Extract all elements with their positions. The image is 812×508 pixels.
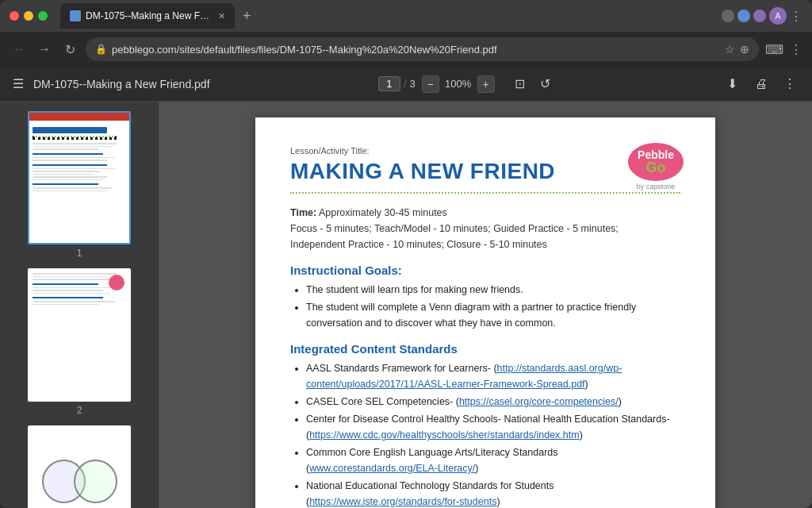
address-bar-icons: ☆ ⊕ <box>725 43 749 56</box>
navigation-bar: ← → ↻ 🔒 pebblego.com/sites/default/files… <box>0 32 812 67</box>
tab-bar: DM-1075--Making a New Frien... ✕ + <box>60 3 715 29</box>
instructional-goals-list: The student will learn tips for making n… <box>290 282 680 331</box>
integrated-content-list: AASL Standards Framework for Learners- (… <box>290 360 680 508</box>
casel-link[interactable]: https://casel.org/core-competencies/ <box>459 396 619 407</box>
instructional-goals-heading: Instructional Goals: <box>290 264 680 277</box>
thumbnail-page-1[interactable]: 1 <box>28 111 131 259</box>
standard-item-2: CASEL Core SEL Competencies- (https://ca… <box>306 394 680 410</box>
extension-icon-2[interactable] <box>737 10 750 22</box>
thumbnail-page-3[interactable]: 3 <box>28 425 131 508</box>
thumbnail-image-2 <box>28 268 131 402</box>
keyboard-shortcut-icon[interactable]: ⌨ <box>765 42 783 57</box>
aasl-link[interactable]: http://standards.aasl.org/wp-content/upl… <box>306 363 622 390</box>
zoom-value: 100% <box>442 78 474 90</box>
browser-window: DM-1075--Making a New Frien... ✕ + A ⋮ ←… <box>0 0 812 508</box>
page-control: / 3 <box>378 76 416 91</box>
page-separator: / <box>404 78 407 90</box>
corestandards-link[interactable]: www.corestandards.org/ELA-Literacy/ <box>309 463 475 474</box>
goal-item-2: The student will complete a Venn diagram… <box>306 299 680 331</box>
extension-icon-1[interactable] <box>722 10 734 22</box>
download-icon[interactable]: ⬇ <box>723 75 742 94</box>
tab-close-icon[interactable]: ✕ <box>218 11 225 21</box>
pdf-filename: DM-1075--Making a New Friend.pdf <box>33 78 210 90</box>
pdf-viewer: 1 <box>0 102 812 508</box>
page-total: 3 <box>409 78 415 90</box>
sidebar-toggle-icon[interactable]: ☰ <box>13 76 24 91</box>
close-button[interactable] <box>10 11 19 21</box>
time-label: Time: <box>290 207 316 218</box>
reload-button[interactable]: ↻ <box>60 40 79 59</box>
forward-button[interactable]: → <box>35 40 54 59</box>
active-tab[interactable]: DM-1075--Making a New Frien... ✕ <box>60 3 235 29</box>
user-avatar[interactable]: A <box>769 7 787 25</box>
back-button[interactable]: ← <box>10 40 29 59</box>
fit-page-icon[interactable]: ⊡ <box>511 75 530 94</box>
thumbnail-sidebar: 1 <box>0 102 159 508</box>
standard-item-4: Common Core English Language Arts/Litera… <box>306 444 680 476</box>
title-bar: DM-1075--Making a New Frien... ✕ + A ⋮ <box>0 0 812 32</box>
more-options-icon[interactable]: ⋮ <box>780 75 799 94</box>
pdf-toolbar: ☰ DM-1075--Making a New Friend.pdf / 3 −… <box>0 67 812 102</box>
lesson-activity-label: Lesson/Activity Title: <box>290 146 680 156</box>
integrated-content-heading: Integrated Content Standards <box>290 342 680 356</box>
more-menu-icon[interactable]: ⋮ <box>790 9 802 24</box>
zoom-in-button[interactable]: + <box>477 75 495 93</box>
thumbnail-image-3 <box>28 425 131 508</box>
settings-icon[interactable]: ⋮ <box>790 42 802 57</box>
tab-title: DM-1075--Making a New Frien... <box>86 10 210 21</box>
maximize-button[interactable] <box>38 11 48 21</box>
time-value: Approximately 30-45 minutes <box>319 207 447 218</box>
pdf-page: Pebble Go by capstone Lesson/Activity Ti… <box>255 117 715 508</box>
standard-item-1: AASL Standards Framework for Learners- (… <box>306 360 680 392</box>
cdc-link[interactable]: https://www.cdc.gov/healthyschools/sher/… <box>309 429 579 441</box>
pebblego-logo: Pebble Go by capstone <box>628 143 684 190</box>
extensions-area: A ⋮ <box>722 7 802 25</box>
standard-item-5: National Educational Technology Standard… <box>306 478 680 508</box>
thumbnail-num-2: 2 <box>77 405 82 416</box>
lock-icon: 🔒 <box>95 44 107 55</box>
page-input[interactable] <box>378 76 400 91</box>
zoom-control: − 100% + <box>422 75 495 93</box>
pdf-content-area[interactable]: Pebble Go by capstone Lesson/Activity Ti… <box>159 102 812 508</box>
url-text: pebblego.com/sites/default/files/files/D… <box>112 44 720 56</box>
new-tab-button[interactable]: + <box>238 8 256 25</box>
layers-icon[interactable]: ⊕ <box>740 43 749 56</box>
tab-favicon <box>70 10 81 21</box>
toolbar-actions: ⊡ ↺ <box>511 75 555 94</box>
rotate-icon[interactable]: ↺ <box>536 75 555 94</box>
dotted-separator <box>290 192 680 194</box>
zoom-out-button[interactable]: − <box>422 75 439 93</box>
thumbnail-page-2[interactable]: 2 <box>28 268 131 416</box>
time-breakdown-2: Independent Practice - 10 minutes; Closu… <box>290 237 680 252</box>
thumbnail-image-1 <box>28 111 131 244</box>
browser-right-icons: ⌨ ⋮ <box>765 42 802 57</box>
thumbnail-num-1: 1 <box>77 248 82 259</box>
iste-link[interactable]: https://www.iste.org/standards/for-stude… <box>309 496 496 507</box>
logo-caption: by capstone <box>628 183 684 190</box>
pdf-controls: / 3 − 100% + ⊡ ↺ <box>378 75 555 94</box>
print-icon[interactable]: 🖨 <box>752 75 771 94</box>
bookmark-icon[interactable]: ☆ <box>725 43 735 56</box>
lesson-title: MAKING A NEW FRIEND <box>290 159 680 184</box>
address-bar[interactable]: 🔒 pebblego.com/sites/default/files/files… <box>86 37 759 61</box>
pdf-right-toolbar: ⬇ 🖨 ⋮ <box>723 75 799 94</box>
traffic-lights <box>10 11 48 21</box>
standard-item-3: Center for Disease Control Healthy Schoo… <box>306 411 680 443</box>
time-section: Time: Approximately 30-45 minutes Focus … <box>290 205 680 252</box>
goal-item-1: The student will learn tips for making n… <box>306 282 680 298</box>
extension-icon-3[interactable] <box>753 10 766 22</box>
minimize-button[interactable] <box>24 11 33 21</box>
time-breakdown-1: Focus - 5 minutes; Teach/Model - 10 minu… <box>290 221 680 237</box>
